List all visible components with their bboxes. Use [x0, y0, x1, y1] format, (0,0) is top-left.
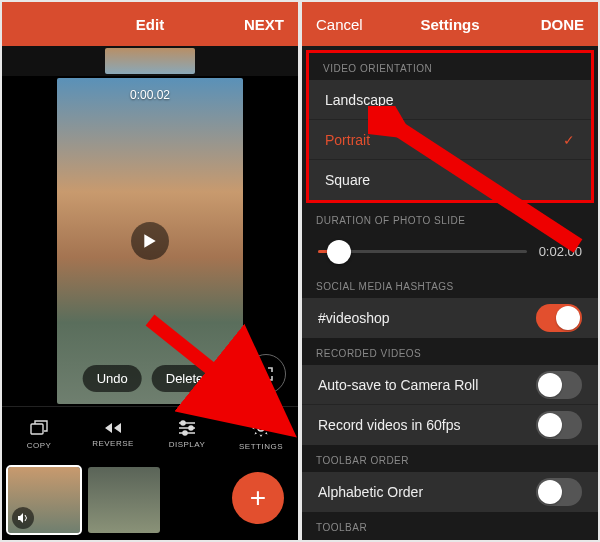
video-preview[interactable]: 0:00.02 Undo Delete: [57, 78, 243, 404]
fullscreen-button[interactable]: [246, 354, 286, 394]
speaker-icon: [17, 512, 29, 524]
clip-row: +: [2, 462, 298, 538]
svg-point-4: [258, 425, 264, 431]
orientation-section-title: VIDEO ORIENTATION: [309, 53, 591, 80]
edit-screen: Edit NEXT 0:00.02 Undo Delete: [2, 2, 298, 540]
record60fps-row[interactable]: Record videos in 60fps: [302, 405, 598, 445]
orientation-landscape[interactable]: Landscape: [309, 80, 591, 120]
orientation-square[interactable]: Square: [309, 160, 591, 200]
timeline-strip[interactable]: [2, 46, 298, 76]
svg-point-2: [189, 426, 193, 430]
orientation-highlight: VIDEO ORIENTATION Landscape Portrait✓ Sq…: [306, 50, 594, 203]
orientation-portrait[interactable]: Portrait✓: [309, 120, 591, 160]
undo-button[interactable]: Undo: [83, 365, 142, 392]
tool-reverse-label: REVERSE: [92, 439, 134, 448]
alphabetic-order-row[interactable]: Alphabetic Order: [302, 472, 598, 512]
gear-icon: [251, 418, 271, 438]
tool-copy[interactable]: COPY: [2, 407, 76, 462]
clip-thumb-2[interactable]: [88, 467, 160, 533]
autosave-toggle[interactable]: [536, 371, 582, 399]
check-icon: ✓: [563, 132, 575, 148]
orientation-group: Landscape Portrait✓ Square: [309, 80, 591, 200]
settings-header: Cancel Settings DONE: [302, 2, 598, 46]
reverse-icon: [102, 421, 124, 435]
toolbar-section-title: TOOLBAR: [302, 512, 598, 539]
cancel-button[interactable]: Cancel: [316, 16, 363, 33]
done-button[interactable]: DONE: [541, 16, 584, 33]
hashtag-toggle[interactable]: [536, 304, 582, 332]
recorded-section-title: RECORDED VIDEOS: [302, 338, 598, 365]
edit-toolbar: COPY REVERSE DISPLAY SETTINGS: [2, 406, 298, 462]
edit-header: Edit NEXT: [2, 2, 298, 46]
plus-icon: +: [250, 482, 266, 514]
display-icon: [177, 420, 197, 436]
play-icon: [143, 233, 157, 249]
duration-slider-row: 0:02.00: [302, 232, 598, 271]
tool-display[interactable]: DISPLAY: [150, 407, 224, 462]
fullscreen-icon: [258, 366, 274, 382]
record60fps-toggle[interactable]: [536, 411, 582, 439]
add-clip-button[interactable]: +: [232, 472, 284, 524]
settings-screen: Cancel Settings DONE VIDEO ORIENTATION L…: [302, 2, 598, 540]
tool-settings-label: SETTINGS: [239, 442, 283, 451]
duration-slider[interactable]: [318, 250, 527, 253]
tool-settings[interactable]: SETTINGS: [224, 407, 298, 462]
next-button[interactable]: NEXT: [244, 16, 284, 33]
alphabetic-toggle[interactable]: [536, 478, 582, 506]
tool-copy-label: COPY: [27, 441, 52, 450]
svg-point-3: [183, 431, 187, 435]
tool-display-label: DISPLAY: [169, 440, 206, 449]
play-button[interactable]: [131, 222, 169, 260]
copy-icon: [29, 419, 49, 437]
timecode: 0:00.02: [130, 88, 170, 102]
delete-button[interactable]: Delete: [152, 365, 218, 392]
hashtag-videoshop[interactable]: #videoshop: [302, 298, 598, 338]
slider-knob[interactable]: [327, 240, 351, 264]
clip-audio-button[interactable]: [12, 507, 34, 529]
hashtags-section-title: SOCIAL MEDIA HASHTAGS: [302, 271, 598, 298]
clip-thumb-1[interactable]: [8, 467, 80, 533]
svg-point-1: [181, 421, 185, 425]
tool-reverse[interactable]: REVERSE: [76, 407, 150, 462]
toolbar-order-section-title: TOOLBAR ORDER: [302, 445, 598, 472]
video-stage: 0:00.02 Undo Delete: [2, 76, 298, 406]
duration-section-title: DURATION OF PHOTO SLIDE: [302, 205, 598, 232]
duration-value: 0:02.00: [539, 244, 582, 259]
autosave-row[interactable]: Auto-save to Camera Roll: [302, 365, 598, 405]
svg-rect-0: [31, 424, 43, 434]
